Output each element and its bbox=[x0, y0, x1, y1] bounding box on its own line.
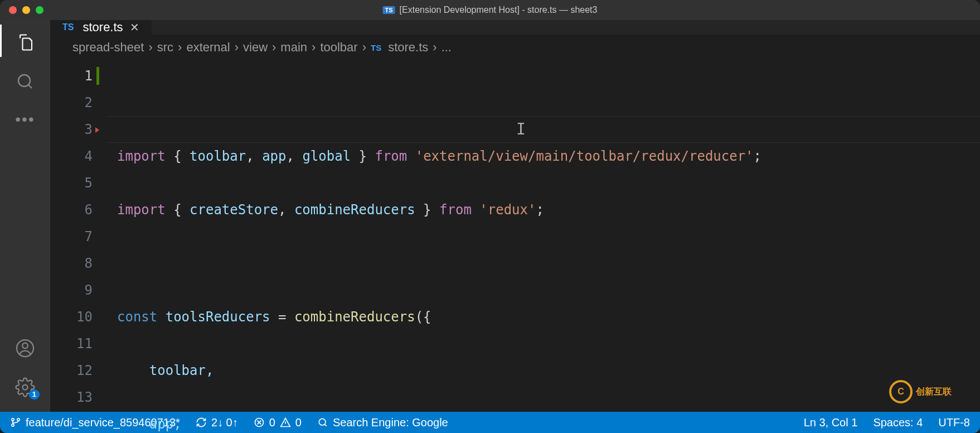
minimize-window-button[interactable] bbox=[22, 6, 30, 14]
explorer-icon[interactable] bbox=[15, 32, 35, 52]
ts-file-icon: TS bbox=[371, 43, 381, 52]
settings-gear-icon[interactable]: 1 bbox=[15, 377, 35, 397]
search-icon[interactable] bbox=[15, 71, 35, 92]
breadcrumb-item[interactable]: spread-sheet bbox=[72, 40, 144, 55]
breadcrumb-item[interactable]: external bbox=[186, 40, 230, 55]
breadcrumb[interactable]: spread-sheet› src› external› view› main›… bbox=[50, 35, 980, 62]
breadcrumb-item[interactable]: toolbar bbox=[320, 40, 357, 55]
more-icon[interactable]: ••• bbox=[15, 110, 35, 128]
zoom-window-button[interactable] bbox=[36, 6, 43, 14]
tab-label: store.ts bbox=[83, 20, 123, 35]
current-line-highlight bbox=[106, 116, 980, 143]
breadcrumb-file[interactable]: store.ts bbox=[388, 40, 428, 55]
svg-point-2 bbox=[22, 343, 28, 349]
tab-bar: TS store.ts ✕ bbox=[50, 20, 980, 35]
ts-file-icon: TS bbox=[383, 6, 395, 14]
window-controls bbox=[9, 6, 43, 14]
settings-update-badge: 1 bbox=[29, 389, 40, 400]
text-cursor-icon: I bbox=[516, 116, 526, 143]
breadcrumb-tail[interactable]: ... bbox=[442, 40, 452, 55]
window-title-text: [Extension Development Host] - store.ts … bbox=[400, 5, 598, 15]
window-title: TS [Extension Development Host] - store.… bbox=[383, 5, 598, 15]
svg-point-5 bbox=[12, 424, 14, 426]
line-number-gutter: 1 2 3 4 5 6 7 8 9 10 11 12 13 bbox=[50, 62, 106, 433]
breadcrumb-item[interactable]: main bbox=[280, 40, 307, 55]
svg-point-3 bbox=[23, 385, 28, 390]
svg-point-4 bbox=[12, 418, 14, 421]
breadcrumb-item[interactable]: src bbox=[157, 40, 173, 55]
code-editor[interactable]: 1 2 3 4 5 6 7 8 9 10 11 12 13 I import {… bbox=[50, 62, 980, 433]
tab-store-ts[interactable]: TS store.ts ✕ bbox=[50, 20, 152, 35]
accounts-icon[interactable] bbox=[15, 338, 35, 358]
titlebar: TS [Extension Development Host] - store.… bbox=[0, 0, 980, 20]
svg-point-6 bbox=[17, 418, 20, 421]
svg-point-0 bbox=[18, 75, 30, 86]
ts-file-icon: TS bbox=[62, 22, 74, 32]
close-window-button[interactable] bbox=[9, 6, 17, 14]
activity-bar: ••• 1 bbox=[0, 20, 50, 412]
close-tab-icon[interactable]: ✕ bbox=[130, 21, 139, 34]
breadcrumb-item[interactable]: view bbox=[243, 40, 268, 55]
code-content[interactable]: I import { toolbar, app, global } from '… bbox=[106, 62, 980, 433]
